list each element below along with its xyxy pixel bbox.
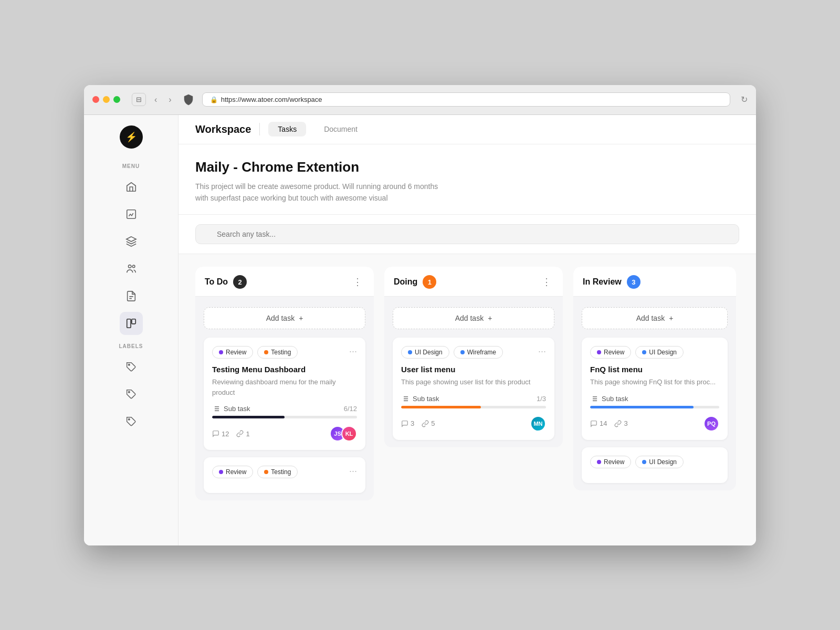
tag-review-5[interactable]: Review (590, 456, 631, 468)
add-task-inreview[interactable]: Add task + (582, 307, 728, 329)
close-button[interactable] (92, 96, 99, 103)
svg-point-2 (132, 265, 135, 268)
url-bar[interactable]: 🔒 https://www.atoer.com/workspace (202, 92, 730, 107)
stat-links-4: 3 (614, 419, 627, 427)
maximize-button[interactable] (113, 96, 120, 103)
card-more-3[interactable]: ··· (538, 346, 546, 357)
task-card-2: Review Testing ··· (204, 457, 365, 493)
avatar-4-a: PQ (704, 416, 719, 432)
add-task-inreview-label: Add task (636, 314, 665, 322)
subtask-text-4: Sub task (602, 395, 628, 403)
tab-tasks[interactable]: Tasks (268, 122, 306, 136)
dot-orange-1 (264, 350, 268, 354)
card-footer-1: 12 1 (212, 426, 357, 442)
subtask-row-1: Sub task 6/12 (212, 405, 357, 413)
tag-testing-1[interactable]: Testing (257, 346, 298, 359)
tab-document[interactable]: Document (314, 122, 367, 136)
dot-purple-4 (597, 350, 601, 354)
traffic-lights (92, 96, 120, 103)
comments-count-4: 14 (600, 419, 607, 427)
sidebar-toggle-button[interactable]: ⊟ (132, 93, 146, 106)
tag-label-wireframe-3: Wireframe (467, 349, 496, 356)
refresh-button[interactable]: ↻ (741, 94, 748, 104)
task-card-3: UI Design Wireframe ··· User list menu (393, 338, 554, 440)
sidebar-item-label2[interactable] (120, 383, 143, 406)
task-card-5: Review UI Design (582, 447, 728, 483)
card-more-1[interactable]: ··· (349, 346, 357, 357)
card-header-2: Review Testing ··· (212, 466, 357, 485)
card-tags-4: Review UI Design (590, 346, 684, 359)
back-button[interactable]: ‹ (151, 94, 160, 106)
sidebar-item-users[interactable] (120, 257, 143, 280)
col-menu-doing[interactable]: ⋮ (540, 275, 553, 289)
add-task-todo[interactable]: Add task + (204, 307, 365, 329)
tag-label-review-4: Review (604, 349, 624, 356)
tag-wireframe-3[interactable]: Wireframe (454, 346, 503, 359)
main-content: Workspace Tasks Document Maily - Chrome … (178, 115, 756, 545)
card-footer-4: 14 3 (590, 416, 719, 432)
sidebar-item-chart[interactable] (120, 203, 143, 226)
tag-uidesign-3[interactable]: UI Design (401, 346, 449, 359)
subtask-label-4: Sub task (590, 395, 628, 403)
task-card-4: Review UI Design FnQ list menu This page… (582, 338, 728, 440)
card-tags-2: Review Testing (212, 466, 298, 478)
card-header-3: UI Design Wireframe ··· (401, 346, 546, 365)
add-task-label: Add task (266, 314, 295, 322)
stat-comments-3: 3 (401, 419, 414, 427)
progress-bar-wrap-1 (212, 416, 357, 418)
sidebar-item-label3[interactable] (120, 410, 143, 433)
col-title-row-doing: Doing 1 (394, 275, 436, 289)
comments-count-3: 3 (411, 419, 414, 427)
sidebar-item-file[interactable] (120, 285, 143, 308)
sidebar-item-home[interactable] (120, 175, 143, 198)
menu-label: MENU (122, 163, 140, 169)
workspace-title: Workspace (195, 123, 251, 135)
forward-button[interactable]: › (165, 94, 174, 106)
add-task-doing-label: Add task (455, 314, 484, 322)
minimize-button[interactable] (103, 96, 110, 103)
tag-review-4[interactable]: Review (590, 346, 631, 359)
logo-icon: ⚡ (125, 131, 137, 143)
tag-label-review-5: Review (604, 458, 624, 466)
card-desc-1: Reviewing dashboard menu for the maily p… (212, 377, 357, 397)
svg-point-6 (128, 391, 130, 393)
col-title-doing: Doing (394, 277, 417, 287)
card-stats-3: 3 5 (401, 419, 435, 427)
search-bar-section (178, 215, 756, 254)
tag-review-1[interactable]: Review (212, 346, 253, 359)
column-doing-header: Doing 1 ⋮ (384, 267, 563, 297)
search-input[interactable] (195, 224, 739, 244)
col-cards-doing: Add task + UI Design (384, 297, 563, 440)
dot-purple-1 (219, 350, 223, 354)
dot-purple-5 (597, 460, 601, 464)
card-title-3: User list menu (401, 365, 546, 374)
lock-icon: 🔒 (210, 96, 218, 103)
svg-rect-0 (127, 209, 135, 218)
subtask-label-3: Sub task (401, 395, 439, 403)
tag-review-2[interactable]: Review (212, 466, 253, 478)
app-logo[interactable]: ⚡ (120, 125, 143, 149)
tag-uidesign-4[interactable]: UI Design (635, 346, 684, 359)
sidebar-item-cube[interactable] (120, 230, 143, 253)
tag-uidesign-5[interactable]: UI Design (635, 456, 684, 468)
tag-label-uidesign-3: UI Design (415, 349, 443, 356)
tag-label-review-1: Review (226, 349, 246, 356)
column-todo-header: To Do 2 ⋮ (195, 267, 374, 297)
links-count-1: 1 (246, 430, 249, 438)
tag-testing-2[interactable]: Testing (257, 466, 298, 478)
tag-label-uidesign-4: UI Design (649, 349, 677, 356)
svg-rect-3 (127, 319, 130, 328)
card-more-2[interactable]: ··· (349, 466, 357, 477)
card-tags-3: UI Design Wireframe (401, 346, 503, 359)
col-title-todo: To Do (205, 277, 228, 287)
add-task-doing[interactable]: Add task + (393, 307, 554, 329)
column-doing: Doing 1 ⋮ Add task + (384, 267, 563, 447)
shield-icon (181, 92, 196, 107)
tag-label-testing-2: Testing (271, 468, 291, 476)
col-menu-todo[interactable]: ⋮ (351, 275, 364, 289)
card-header-4: Review UI Design (590, 346, 719, 365)
project-title: Maily - Chrome Extention (195, 159, 739, 175)
sidebar-item-board[interactable] (120, 312, 143, 335)
avatar-3-a: MN (530, 416, 546, 432)
sidebar-item-label1[interactable] (120, 355, 143, 379)
